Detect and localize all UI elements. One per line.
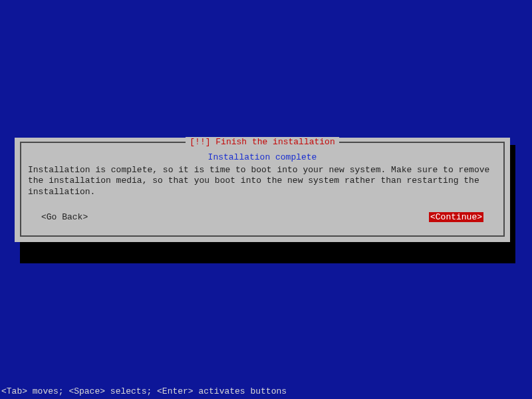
button-row: <Go Back> <Continue> (28, 212, 497, 222)
go-back-button[interactable]: <Go Back> (41, 212, 88, 222)
keyboard-hint: <Tab> moves; <Space> selects; <Enter> ac… (0, 386, 287, 396)
dialog-title-wrap: [!!] Finish the installation (21, 137, 503, 147)
dialog-subtitle: Installation complete (28, 152, 497, 162)
dialog-body: Installation is complete, so it is time … (28, 165, 497, 198)
continue-button[interactable]: <Continue> (429, 212, 483, 222)
installer-dialog: [!!] Finish the installation Installatio… (15, 138, 510, 242)
dialog-box: [!!] Finish the installation Installatio… (20, 142, 505, 237)
dialog-title: [!!] Finish the installation (186, 137, 338, 147)
